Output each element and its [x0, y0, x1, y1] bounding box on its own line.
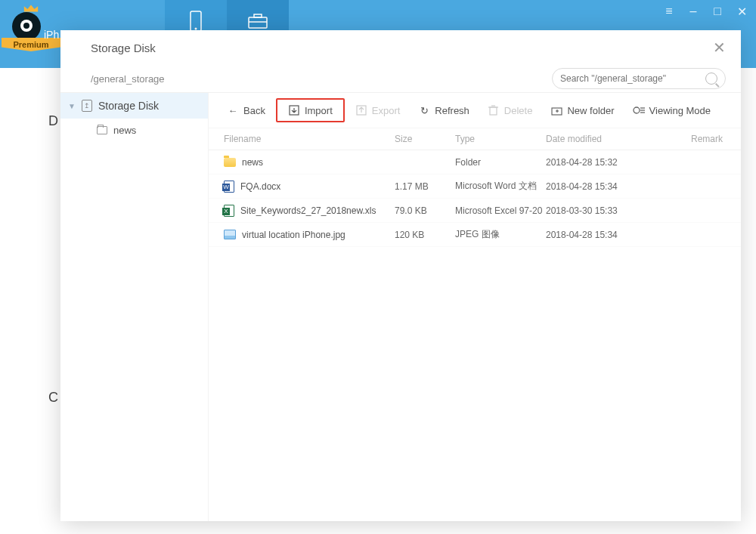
file-name: virtual location iPhone.jpg [242, 230, 345, 240]
arrow-left-icon: ← [227, 104, 239, 116]
delete-button: Delete [480, 100, 541, 121]
col-remark[interactable]: Remark [637, 134, 730, 144]
tree-item-label: news [113, 125, 136, 136]
refresh-label: Refresh [435, 105, 469, 116]
file-date: 2018-04-28 15:32 [546, 157, 637, 168]
image-file-icon [224, 230, 236, 239]
table-row[interactable]: Site_Keywords2_27_2018new.xls79.0 KBMicr… [209, 199, 741, 223]
word-file-icon [224, 181, 234, 193]
folder-icon [97, 126, 107, 134]
table-header: Filename Size Type Date modified Remark [209, 128, 741, 150]
sidebar: ▼ ↥ Storage Disk news [60, 93, 209, 521]
file-type: Microsoft Word 文档 [455, 180, 546, 193]
breadcrumb[interactable]: /general_storage [91, 73, 165, 85]
background-column: D C [0, 68, 60, 534]
bg-letter: C [48, 390, 58, 406]
close-icon[interactable]: ✕ [713, 39, 726, 57]
svg-point-1 [195, 27, 197, 29]
file-type: Microsoft Excel 97-20 [455, 205, 546, 216]
tree-root-storage-disk[interactable]: ▼ ↥ Storage Disk [60, 93, 208, 119]
import-label: Import [305, 105, 333, 116]
new-folder-button[interactable]: New folder [543, 100, 621, 121]
eye-icon [12, 12, 41, 41]
col-filename[interactable]: Filename [219, 134, 395, 144]
file-date: 2018-04-28 15:34 [546, 181, 637, 192]
file-size: 1.17 MB [395, 181, 455, 192]
maximize-button[interactable]: □ [711, 5, 724, 18]
delete-label: Delete [504, 105, 533, 116]
viewing-mode-label: Viewing Mode [649, 105, 711, 116]
file-name: Site_Keywords2_27_2018new.xls [240, 205, 376, 216]
excel-file-icon [224, 205, 234, 217]
new-folder-icon [550, 104, 562, 116]
viewing-mode-button[interactable]: Viewing Mode [625, 100, 718, 121]
back-button[interactable]: ← Back [219, 100, 273, 121]
svg-point-13 [634, 107, 640, 113]
menu-icon[interactable]: ≡ [662, 5, 676, 18]
import-icon [288, 104, 300, 116]
window-close-button[interactable]: ✕ [735, 5, 748, 18]
tree-item-news[interactable]: news [60, 119, 208, 141]
folder-icon [224, 158, 236, 167]
file-name: news [242, 157, 263, 168]
search-input[interactable] [560, 73, 705, 84]
modal-title: Storage Disk [91, 42, 156, 54]
file-type: Folder [455, 157, 546, 168]
search-box[interactable] [552, 68, 726, 89]
bg-letter: D [48, 113, 58, 129]
file-size: 79.0 KB [395, 205, 455, 216]
col-type[interactable]: Type [455, 134, 546, 144]
file-name: FQA.docx [240, 181, 280, 192]
export-label: Export [372, 105, 401, 116]
back-label: Back [243, 105, 265, 116]
file-date: 2018-04-28 15:34 [546, 230, 637, 240]
file-date: 2018-03-30 15:33 [546, 205, 637, 216]
phone-icon [188, 10, 203, 32]
window-controls: ≡ – □ ✕ [662, 5, 748, 18]
disk-icon: ↥ [82, 100, 92, 112]
chevron-down-icon: ▼ [68, 102, 76, 110]
storage-disk-modal: Storage Disk ✕ /general_storage ▼ ↥ Stor… [60, 30, 741, 521]
col-size[interactable]: Size [395, 134, 455, 144]
export-icon [355, 104, 367, 116]
content-pane: ← Back Import Export ↻ Refresh Dele [209, 93, 741, 521]
svg-rect-2 [249, 17, 267, 28]
table-row[interactable]: newsFolder2018-04-28 15:32 [209, 150, 741, 174]
table-row[interactable]: virtual location iPhone.jpg120 KBJPEG 图像… [209, 223, 741, 247]
export-button: Export [348, 100, 408, 121]
trash-icon [488, 104, 500, 116]
tree-root-label: Storage Disk [98, 100, 159, 112]
minimize-button[interactable]: – [686, 5, 700, 18]
modal-titlebar: Storage Disk ✕ [60, 30, 741, 65]
app-logo-text: iPh [44, 29, 59, 41]
search-icon [705, 73, 717, 85]
svg-rect-3 [254, 14, 262, 17]
refresh-icon: ↻ [418, 104, 430, 116]
refresh-button[interactable]: ↻ Refresh [411, 100, 477, 121]
toolbar: ← Back Import Export ↻ Refresh Dele [209, 93, 741, 128]
file-size: 120 KB [395, 230, 455, 240]
import-button[interactable]: Import [276, 98, 345, 122]
new-folder-label: New folder [567, 105, 614, 116]
file-type: JPEG 图像 [455, 228, 546, 241]
file-rows: newsFolder2018-04-28 15:32FQA.docx1.17 M… [209, 150, 741, 521]
toolbox-icon [247, 13, 268, 29]
viewing-mode-icon [633, 104, 645, 116]
path-row: /general_storage [60, 65, 741, 92]
svg-rect-7 [490, 107, 497, 115]
col-date[interactable]: Date modified [546, 134, 637, 144]
table-row[interactable]: FQA.docx1.17 MBMicrosoft Word 文档2018-04-… [209, 174, 741, 199]
